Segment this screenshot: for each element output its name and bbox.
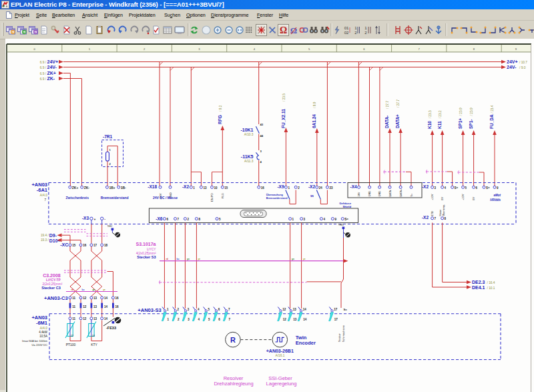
- svg-text:Überwachung: Überwachung: [266, 193, 284, 196]
- svg-text:13: 13: [293, 308, 297, 311]
- svg-text:-X6: -X6: [156, 216, 163, 221]
- svg-text:R: R: [230, 336, 236, 344]
- svg-text:/ 9.9: / 9.9: [313, 102, 316, 108]
- svg-text:S=: S=: [344, 218, 348, 221]
- svg-text:1: 1: [354, 26, 357, 30]
- svg-text:Bremswiderstand: Bremswiderstand: [266, 197, 288, 200]
- svg-text:FLG: FLG: [221, 193, 224, 198]
- svg-text:/ 23.4: / 23.4: [491, 105, 494, 113]
- svg-text:18: 18: [104, 244, 108, 247]
- svg-text:15: 15: [224, 186, 228, 190]
- svg-text:16: 16: [115, 305, 119, 309]
- svg-text:14: 14: [92, 335, 95, 337]
- svg-text:Motor: Motor: [439, 209, 442, 216]
- svg-text:17: 17: [334, 308, 338, 311]
- svg-text:16: 16: [115, 297, 119, 300]
- svg-text:1: 1: [364, 26, 367, 30]
- svg-text:DATA+: DATA+: [400, 188, 403, 197]
- svg-text:+10V: +10V: [431, 194, 434, 200]
- svg-text:C3.2008: C3.2008: [43, 273, 61, 278]
- svg-text:Stecker S3: Stecker S3: [137, 255, 156, 259]
- svg-text:Ω: Ω: [280, 25, 287, 35]
- svg-text:6.9 /: 6.9 /: [40, 72, 47, 75]
- svg-text:12: 12: [83, 297, 87, 300]
- svg-text:/ 10.1: / 10.1: [487, 286, 495, 290]
- svg-text:16: 16: [83, 244, 87, 247]
- svg-text:/ 23.9: / 23.9: [470, 108, 473, 116]
- svg-text:+: +: [93, 217, 95, 221]
- svg-text:43: 43: [260, 123, 264, 126]
- svg-text:2: 2: [354, 31, 357, 35]
- svg-text:S3.1017a: S3.1017a: [136, 242, 156, 246]
- svg-text:1B+: 1B+: [109, 186, 115, 190]
- svg-text:10,5A: 10,5A: [39, 335, 47, 338]
- svg-text:-X3: -X3: [82, 216, 89, 220]
- svg-text:THE3: THE3: [338, 224, 344, 226]
- svg-text:01: 01: [344, 26, 349, 30]
- svg-text:44: 44: [260, 134, 264, 138]
- svg-text:16: 16: [261, 186, 265, 190]
- svg-text:24V-: 24V-: [47, 65, 57, 69]
- svg-text:-7R1: -7R1: [103, 134, 112, 139]
- svg-text:A/11.3: A/11.3: [244, 160, 254, 163]
- svg-text:0V: 0V: [472, 197, 475, 200]
- svg-text:-FE33: -FE33: [106, 326, 116, 330]
- svg-text:gn: gn: [292, 258, 294, 260]
- svg-text:GND: GND: [378, 191, 381, 197]
- svg-text:HR/dds: HR/dds: [490, 198, 501, 202]
- svg-text:S=: S=: [486, 186, 490, 190]
- svg-text:Stecker: Stecker: [338, 333, 341, 342]
- svg-text:13: 13: [203, 186, 207, 190]
- svg-text:13: 13: [93, 297, 97, 300]
- svg-text:24V: 24V: [358, 192, 360, 196]
- svg-text:Lageregelung: Lageregelung: [266, 381, 297, 387]
- svg-text:Schirmschiene: Schirmschiene: [342, 325, 345, 342]
- svg-text:-11K5: -11K5: [241, 154, 254, 159]
- svg-text:02: 02: [344, 31, 349, 35]
- svg-text:11: 11: [72, 317, 75, 321]
- svg-text:eMot: eMot: [494, 194, 501, 197]
- svg-text:-10K1: -10K1: [240, 128, 253, 132]
- svg-text:DATA-: DATA-: [384, 116, 389, 128]
- svg-text:Bremswiderstand: Bremswiderstand: [101, 196, 129, 200]
- svg-text:14: 14: [104, 317, 108, 321]
- svg-text:Encoder: Encoder: [296, 340, 316, 346]
- svg-text:A/10.3: A/10.3: [244, 133, 254, 136]
- svg-text:14: 14: [104, 297, 108, 300]
- svg-text:6.9 /: 6.9 /: [40, 66, 47, 69]
- svg-text:gn: gn: [187, 258, 190, 260]
- svg-text:ZK+: ZK+: [72, 186, 79, 190]
- svg-text:A/4.0: A/4.0: [40, 194, 48, 197]
- svg-text:-6A1: -6A1: [37, 187, 47, 193]
- svg-text:24V+: 24V+: [507, 59, 518, 64]
- svg-text:/ 27.7: / 27.7: [396, 100, 400, 108]
- svg-text:DATA+: DATA+: [395, 114, 400, 128]
- svg-text:bu: bu: [177, 258, 180, 260]
- svg-text:-X2: -X2: [422, 215, 429, 220]
- svg-text:/ 23.2: / 23.2: [439, 110, 442, 118]
- svg-text:/ 23.3: / 23.3: [429, 110, 432, 118]
- svg-text:LiYCY: LiYCY: [147, 248, 156, 251]
- svg-text:Übertemp.: Übertemp.: [443, 204, 445, 216]
- svg-text:Zwischenkreis: Zwischenkreis: [66, 196, 89, 200]
- svg-text:bu: bu: [82, 288, 85, 291]
- svg-text:GND: GND: [368, 191, 371, 197]
- svg-text:6.9 /: 6.9 /: [40, 61, 47, 64]
- svg-text:+AN03-26B1: +AN03-26B1: [266, 349, 294, 353]
- svg-text:14: 14: [303, 318, 307, 321]
- svg-text:13: 13: [293, 318, 297, 321]
- svg-text:19.3 /: 19.3 /: [41, 238, 49, 242]
- svg-text:12: 12: [83, 317, 87, 321]
- svg-text:DE2.3: DE2.3: [472, 280, 485, 284]
- svg-text:/ 23.9: / 23.9: [459, 108, 463, 116]
- svg-text:+AN03-S3: +AN03-S3: [138, 307, 161, 313]
- svg-text:D9-: D9-: [49, 233, 57, 238]
- svg-text:/ 10.7: / 10.7: [519, 61, 527, 64]
- svg-text:17: 17: [93, 244, 97, 247]
- svg-text:FU_DA: FU_DA: [489, 114, 494, 129]
- svg-text:/ 16.4: / 16.4: [487, 281, 495, 284]
- svg-text:ETB: ETB: [431, 211, 434, 216]
- svg-text:13: 13: [93, 305, 97, 309]
- svg-text:+10V: +10V: [461, 194, 465, 200]
- svg-text:0V: 0V: [441, 197, 444, 200]
